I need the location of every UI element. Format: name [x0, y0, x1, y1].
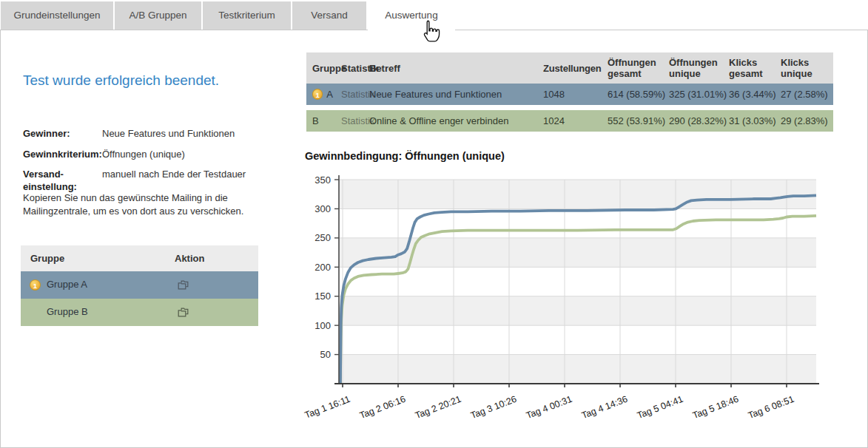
svg-text:Tag 2 20:21: Tag 2 20:21 [414, 394, 462, 421]
column-header-gruppe: Gruppe [306, 63, 335, 74]
svg-text:Tag 4 14:36: Tag 4 14:36 [580, 394, 629, 421]
svg-text:Tag 1 16:11: Tag 1 16:11 [303, 394, 351, 421]
statistik-link[interactable]: Statistik [335, 89, 363, 100]
ab-test-evaluation-window: Grundeinstellungen A/B Gruppen Testkrite… [0, 0, 868, 448]
zustellungen-cell: 1024 [537, 115, 602, 126]
svg-text:50: 50 [320, 349, 331, 360]
results-table-header: Gruppe Statistik Betreff Zustellungen Öf… [306, 52, 833, 84]
tab-versand[interactable]: Versand [292, 1, 366, 30]
info-value: Neue Features und Funktionen [102, 128, 271, 140]
groups-table-header: Gruppe Aktion [21, 245, 258, 271]
info-label: Gewinnkriterium: [23, 149, 102, 161]
svg-text:Tag 6 08:51: Tag 6 08:51 [747, 394, 795, 421]
oeffnungen-unique-cell: 325 (31.01%) [663, 89, 723, 100]
svg-text:Tag 5 18:46: Tag 5 18:46 [691, 394, 740, 421]
info-value: manuell nach Ende der Testdauer [102, 169, 271, 193]
groups-table: Gruppe Aktion 1 Gruppe A Gruppe B [21, 245, 258, 326]
winner-info-list: Gewinner: Neue Features und Funktionen G… [23, 128, 271, 201]
column-header-oeffnungen-unique: Öffnungen unique [663, 57, 723, 79]
statistik-link[interactable]: Statistik [335, 115, 363, 126]
klicks-gesamt-cell: 31 (3.03%) [723, 115, 775, 126]
svg-text:200: 200 [314, 262, 331, 273]
svg-text:Tag 5 04:41: Tag 5 04:41 [636, 394, 684, 421]
group-name: Gruppe B [47, 306, 88, 317]
results-table: Gruppe Statistik Betreff Zustellungen Öf… [306, 52, 833, 132]
svg-text:150: 150 [314, 291, 331, 302]
column-header-klicks-unique: Klicks unique [775, 57, 833, 79]
info-row-versandeinstellung: Versand-einstellung: manuell nach Ende d… [23, 169, 271, 193]
group-letter: A [326, 89, 333, 100]
tab-testkriterium[interactable]: Testkriterium [203, 1, 291, 30]
klicks-gesamt-cell: 36 (3.44%) [723, 89, 775, 100]
info-label: Gewinner: [23, 128, 102, 140]
info-row-gewinnkriterium: Gewinnkriterium: Öffnungen (unique) [23, 149, 271, 161]
oeffnungen-gesamt-cell: 552 (53.91%) [602, 115, 663, 126]
info-value: Öffnungen (unique) [102, 149, 271, 161]
klicks-unique-cell: 29 (2.83%) [775, 115, 833, 126]
svg-text:Tag 3 10:26: Tag 3 10:26 [469, 394, 518, 421]
content-panel: Test wurde erfolgreich beendet. Gewinner… [0, 30, 868, 448]
group-cell: B [306, 115, 335, 126]
winner-badge-icon: 1 [312, 89, 323, 100]
chart-container: 50100150200250300350Tag 1 16:11Tag 2 06:… [297, 172, 837, 434]
svg-text:100: 100 [314, 320, 331, 331]
results-row-a: 1 A Statistik Neue Features und Funktion… [306, 84, 833, 105]
svg-text:250: 250 [314, 232, 331, 243]
copy-instruction-note: Kopieren Sie nun das gewünschte Mailing … [23, 191, 266, 217]
group-letter: B [312, 115, 319, 126]
column-header-zustellungen: Zustellungen [537, 63, 602, 74]
info-row-gewinner: Gewinner: Neue Features und Funktionen [23, 128, 271, 140]
oeffnungen-unique-cell: 290 (28.32%) [663, 115, 723, 126]
column-header-statistik: Statistik [335, 63, 363, 74]
tab-ab-gruppen[interactable]: A/B Gruppen [115, 1, 201, 30]
oeffnungen-gesamt-cell: 614 (58.59%) [602, 89, 663, 100]
column-header-betreff: Betreff [363, 63, 537, 74]
tab-auswertung[interactable]: Auswertung [368, 1, 455, 32]
tab-grundeinstellungen[interactable]: Grundeinstellungen [1, 1, 113, 30]
svg-text:Tag 4 00:31: Tag 4 00:31 [525, 394, 573, 421]
group-cell: 1 A [306, 89, 335, 100]
zustellungen-cell: 1048 [537, 89, 602, 100]
svg-text:350: 350 [314, 174, 331, 186]
hand-pointer-cursor [418, 19, 442, 44]
success-headline: Test wurde erfolgreich beendet. [23, 72, 219, 89]
group-name: Gruppe A [47, 279, 87, 290]
svg-text:300: 300 [314, 203, 331, 214]
column-header-oeffnungen-gesamt: Öffnungen gesamt [602, 57, 663, 79]
column-header-aktion: Aktion [175, 253, 204, 264]
group-row-a[interactable]: 1 Gruppe A [21, 271, 258, 299]
winner-criteria-chart: 50100150200250300350Tag 1 16:11Tag 2 06:… [297, 172, 837, 431]
column-header-gruppe: Gruppe [30, 253, 175, 264]
copy-icon[interactable] [176, 279, 190, 293]
info-label: Versand-einstellung: [23, 169, 102, 193]
results-row-b: B Statistik Online & Offline enger verbi… [306, 110, 833, 132]
winner-badge-icon: 1 [30, 279, 41, 291]
chart-title: Gewinnbedingung: Öffnungen (unique) [305, 150, 505, 162]
betreff-cell: Neue Features und Funktionen [363, 89, 537, 100]
svg-text:Tag 2 06:16: Tag 2 06:16 [358, 394, 407, 421]
group-row-b[interactable]: Gruppe B [21, 299, 258, 326]
klicks-unique-cell: 27 (2.58%) [775, 89, 833, 100]
copy-icon[interactable] [176, 306, 190, 320]
betreff-cell: Online & Offline enger verbinden [363, 115, 537, 126]
column-header-klicks-gesamt: Klicks gesamt [723, 57, 775, 79]
